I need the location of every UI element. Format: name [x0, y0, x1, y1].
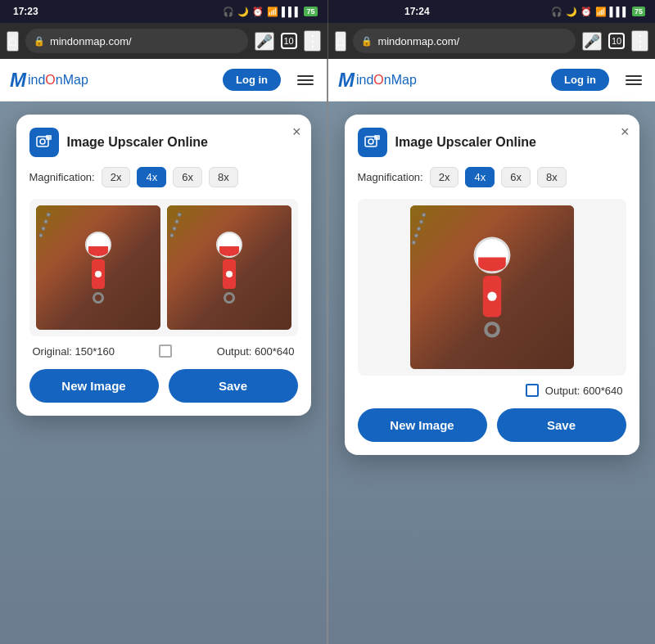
mic-body-left	[92, 259, 105, 289]
right-magnification-row: Magnification: 2x 4x 6x 8x	[358, 167, 626, 187]
wifi-icon-r: 📶	[595, 7, 607, 17]
hamburger-button-left[interactable]	[294, 72, 317, 88]
right-navbar: M indOnMap Log in	[328, 59, 655, 101]
left-mag-4x[interactable]: 4x	[137, 167, 166, 187]
logo-left: M indOnMap	[10, 69, 88, 92]
hamburger-line-r3	[626, 83, 642, 85]
login-button-right[interactable]: Log in	[551, 69, 609, 91]
status-icons-left: 🎧 🌙 ⏰ 📶 ▌▌▌ 75	[165, 7, 328, 17]
mic-button-right[interactable]: 🎤	[582, 32, 602, 51]
left-checkbox[interactable]	[159, 345, 172, 358]
home-button-left[interactable]: ⌂	[7, 31, 19, 52]
left-mic-output	[167, 205, 291, 330]
hamburger-button-right[interactable]	[622, 72, 645, 88]
left-mag-label: Magnification:	[29, 171, 95, 183]
chain-dot-o3	[171, 226, 176, 231]
right-output-label: Output: 600*640	[545, 385, 623, 397]
moon-icon-r: 🌙	[566, 7, 577, 17]
alarm-icon: ⏰	[252, 7, 264, 17]
right-modal-title: Image Upscaler Online	[395, 135, 537, 150]
url-left: mindonmap.com/	[50, 35, 132, 47]
alarm-icon-r: ⏰	[580, 7, 592, 17]
mic-toy-left-orig	[85, 232, 111, 304]
left-panel: M indOnMap Log in	[0, 59, 327, 644]
menu-button-right[interactable]: ⋮	[631, 30, 648, 52]
left-output-label: Output: 600*640	[217, 345, 295, 358]
chain-dot-r2	[418, 219, 423, 224]
left-info-row: Original: 150*160 Output: 600*640	[29, 345, 298, 358]
moon-icon: 🌙	[237, 7, 249, 17]
address-bar-left[interactable]: 🔒 mindonmap.com/	[25, 29, 248, 53]
svg-point-1	[40, 139, 45, 144]
home-button-right[interactable]: ⌂	[335, 31, 347, 52]
hamburger-line-3	[297, 83, 314, 85]
mic-ring-left	[93, 292, 104, 304]
left-modal-close[interactable]: ×	[292, 124, 301, 139]
wifi-icon: 📶	[267, 7, 278, 17]
left-modal: Image Upscaler Online × Magnification: 2…	[16, 115, 311, 416]
chain-dot-r5	[411, 240, 416, 245]
url-right: mindonmap.com/	[377, 35, 459, 47]
right-modal-close[interactable]: ×	[621, 124, 630, 139]
left-mag-8x[interactable]: 8x	[209, 167, 238, 187]
left-original-image	[36, 205, 160, 330]
mic-ring-right	[484, 322, 500, 338]
right-single-image	[410, 205, 574, 369]
right-action-row: New Image Save	[358, 408, 626, 442]
right-mag-6x[interactable]: 6x	[501, 167, 531, 187]
logo-on-right: O	[373, 73, 383, 87]
right-mic-img	[410, 205, 574, 369]
signal-icon: ▌▌▌	[282, 7, 300, 16]
right-new-image-button[interactable]: New Image	[358, 408, 487, 442]
battery-badge-r: 75	[632, 7, 645, 16]
menu-button-left[interactable]: ⋮	[304, 30, 321, 52]
address-bar-right[interactable]: 🔒 mindonmap.com/	[353, 29, 576, 53]
right-mag-8x[interactable]: 8x	[537, 167, 567, 187]
left-new-image-button[interactable]: New Image	[29, 369, 159, 403]
status-time-left: 17:23	[0, 6, 165, 17]
right-modal-icon	[358, 128, 387, 157]
hamburger-line-2	[297, 79, 314, 81]
mic-body-right	[482, 276, 500, 317]
right-save-button[interactable]: Save	[497, 408, 626, 442]
right-checkbox[interactable]	[526, 384, 539, 397]
svg-point-4	[368, 139, 373, 144]
left-save-button[interactable]: Save	[169, 369, 298, 403]
left-modal-icon	[29, 128, 59, 157]
left-original-text: Original: 150*160	[33, 345, 115, 358]
right-mag-4x[interactable]: 4x	[465, 167, 495, 187]
login-button-left[interactable]: Log in	[223, 69, 281, 91]
logo-ind2-left: n	[56, 73, 63, 87]
browser-chrome-left: ⌂ 🔒 mindonmap.com/ 🎤 10 ⋮	[0, 23, 328, 59]
left-output-image	[167, 205, 291, 330]
left-modal-header: Image Upscaler Online ×	[29, 128, 298, 157]
lock-icon-left: 🔒	[34, 36, 45, 47]
logo-textgroup-left: indOnMap	[28, 73, 88, 88]
battery-badge: 75	[304, 7, 317, 16]
status-time-right: 17:24	[328, 6, 494, 17]
time-left: 17:23	[13, 6, 38, 17]
mic-ring-left-o	[224, 292, 235, 304]
lock-icon-right: 🔒	[361, 36, 373, 47]
mic-dot-left	[95, 271, 102, 277]
right-image-single-wrap	[358, 199, 626, 376]
left-action-row: New Image Save	[29, 369, 298, 403]
hamburger-line-r1	[626, 75, 642, 77]
mic-dot-left-o	[226, 271, 233, 277]
mic-button-left[interactable]: 🎤	[255, 32, 274, 51]
left-mag-2x[interactable]: 2x	[102, 167, 131, 187]
left-modal-title: Image Upscaler Online	[67, 135, 209, 150]
left-mag-6x[interactable]: 6x	[173, 167, 202, 187]
tab-badge-right[interactable]: 10	[608, 33, 625, 49]
tab-badge-left[interactable]: 10	[281, 33, 297, 49]
chain-dots-right	[411, 212, 427, 245]
logo-on-left: O	[45, 73, 55, 87]
left-mic-original	[36, 205, 160, 330]
status-icons-right: 🎧 🌙 ⏰ 📶 ▌▌▌ 75	[493, 7, 655, 17]
right-mag-2x[interactable]: 2x	[430, 167, 459, 187]
left-original-label: Original: 150*160	[33, 345, 115, 358]
logo-map-left: Map	[63, 73, 88, 87]
chain-dot-2	[43, 219, 47, 224]
mic-toy-right	[473, 236, 510, 337]
chain-dot-r3	[416, 226, 421, 231]
